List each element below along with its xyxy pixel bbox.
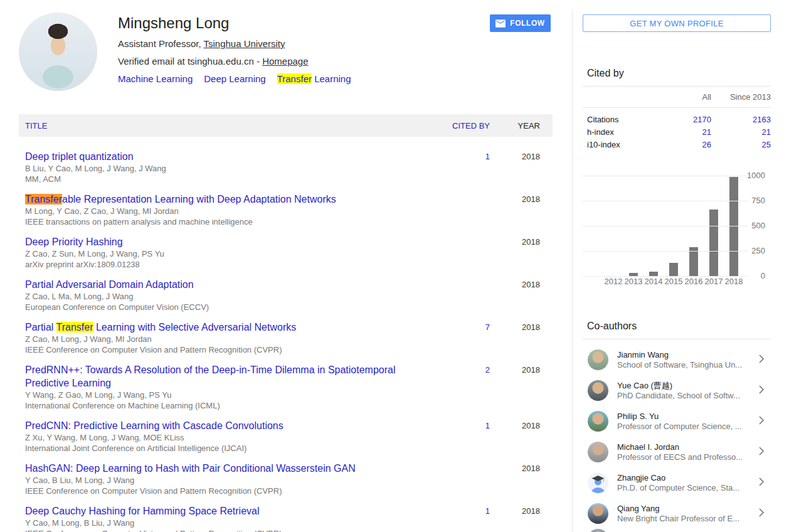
publication-year: 2018 (490, 363, 540, 376)
publication-title[interactable]: PredCNN: Predictive Learning with Cascad… (25, 419, 433, 432)
affiliation-line: Assistant Professor, Tsinghua University (118, 38, 482, 50)
get-my-own-profile-button[interactable]: GET MY OWN PROFILE (583, 14, 771, 32)
publication-title[interactable]: Transferable Representation Learning wit… (25, 193, 433, 206)
divider (583, 107, 771, 108)
publication-year: 2018 (490, 150, 540, 163)
affiliation-link[interactable]: Tsinghua University (203, 38, 285, 49)
publication-title[interactable]: Deep Priority Hashing (25, 235, 433, 248)
metric-since-value[interactable]: 25 (711, 140, 771, 149)
coauthor-avatar (588, 503, 608, 524)
publication-title[interactable]: Partial Transfer Learning with Selective… (25, 321, 433, 334)
metric-label: i10-index (583, 140, 667, 149)
sort-by-title-header[interactable]: TITLE (25, 121, 433, 130)
chart-xtick-label: 2013 (623, 277, 643, 286)
publication-cited-by[interactable]: 1 (433, 504, 490, 518)
column-since-2013: Since 2013 (711, 92, 771, 102)
coauthor-affiliation: Professor of Computer Science, ... (617, 422, 752, 432)
publication-title[interactable]: Deep triplet quantization (25, 150, 433, 163)
publication-cited-by[interactable]: 2 (433, 363, 490, 376)
publication-year: 2018 (490, 235, 540, 248)
publication-authors: Y Cao, M Long, B Liu, J Wang (25, 518, 433, 528)
publication-cited-by[interactable]: 1 (433, 150, 490, 163)
coauthor-row[interactable]: Michael I. Jordan Professor of EECS and … (583, 437, 771, 467)
publication-row: Deep Cauchy Hashing for Hamming Space Re… (19, 504, 553, 532)
coauthor-affiliation: PhD Candidate, School of Softw... (617, 391, 752, 401)
chart-gridline (583, 226, 748, 226)
coauthor-row[interactable]: Yue Cao (曹越) PhD Candidate, School of So… (583, 375, 771, 406)
affiliation-prefix: Assistant Professor, (118, 38, 203, 49)
coauthor-name: Yue Cao (曹越) (617, 381, 752, 391)
cited-by-row: h-index 21 21 (583, 125, 771, 138)
publication-year: 2018 (490, 278, 540, 291)
profile-name: Mingsheng Long (118, 14, 482, 33)
chevron-right-icon (752, 508, 771, 519)
homepage-link[interactable]: Homepage (262, 56, 308, 66)
publication-row: Partial Adversarial Domain Adaptation Z … (19, 278, 553, 312)
citations-bar-2014[interactable] (649, 272, 658, 276)
interest-link[interactable]: Transfer Learning (277, 73, 351, 84)
publication-authors: Z Cao, L Ma, M Long, J Wang (25, 291, 433, 302)
chart-year-labels: 2012201320142015201620172018 (603, 277, 744, 286)
coauthors-list: Jianmin Wang School of Software, Tsinghu… (583, 344, 771, 529)
coauthor-name: Qiang Yang (617, 504, 752, 514)
publication-year: 2018 (490, 504, 540, 518)
publication-cited-by[interactable]: 7 (433, 321, 490, 334)
chart-gridline (583, 251, 748, 252)
coauthors-heading: Co-authors (587, 321, 637, 332)
cited-by-heading: Cited by (587, 68, 624, 79)
metric-since-value[interactable]: 2163 (711, 115, 771, 124)
chevron-right-icon (752, 477, 771, 489)
coauthor-row[interactable]: Zhangjie Cao Ph.D. of Computer Science, … (583, 467, 771, 498)
chart-gridline (583, 201, 748, 201)
publication-venue: IEEE Conference on Computer Vision and P… (25, 344, 433, 355)
coauthor-name: Jianmin Wang (617, 350, 752, 360)
publication-venue: IEEE transactions on pattern analysis an… (25, 216, 433, 227)
chart-gridline (583, 176, 748, 176)
metric-since-value[interactable]: 21 (711, 127, 771, 137)
coauthor-avatar (588, 380, 608, 401)
vertical-divider (572, 10, 573, 532)
coauthor-row[interactable]: Qiang Yang New Bright Chair Professor of… (583, 498, 771, 529)
publication-row: Partial Transfer Learning with Selective… (19, 321, 553, 355)
publication-title[interactable]: Deep Cauchy Hashing for Hamming Space Re… (25, 504, 433, 518)
publication-row: Transferable Representation Learning wit… (19, 193, 553, 227)
publication-title[interactable]: HashGAN: Deep Learning to Hash with Pair… (25, 462, 433, 475)
publication-authors: Z Xu, Y Wang, M Long, J Wang, MOE KLiss (25, 432, 433, 443)
citations-bar-2018[interactable] (729, 177, 738, 276)
coauthor-affiliation: Ph.D. of Computer Science, Sta... (617, 483, 752, 493)
interest-link[interactable]: Deep Learning (204, 73, 265, 84)
metric-all-value[interactable]: 2170 (667, 115, 711, 124)
coauthor-row[interactable]: Philip S. Yu Professor of Computer Scien… (583, 406, 771, 437)
publication-title[interactable]: PredRNN++: Towards A Resolution of the D… (25, 363, 433, 390)
publication-authors: Z Cao, Z Sun, M Long, J Wang, PS Yu (25, 248, 433, 259)
coauthor-avatar-partial (588, 529, 608, 532)
coauthor-row[interactable]: Jianmin Wang School of Software, Tsinghu… (583, 344, 771, 375)
follow-button[interactable]: FOLLOW (490, 14, 551, 32)
metric-label: Citations (583, 115, 667, 124)
chart-xtick-label: 2016 (684, 277, 704, 286)
chart-xtick-label: 2012 (603, 277, 623, 286)
coauthor-affiliation: New Bright Chair Professor of E... (617, 514, 752, 524)
chevron-right-icon (752, 385, 771, 396)
publication-authors: B Liu, Y Cao, M Long, J Wang, J Wang (25, 163, 433, 174)
publication-title[interactable]: Partial Adversarial Domain Adaptation (25, 278, 433, 291)
profile-photo (19, 13, 97, 91)
publication-authors: Y Wang, Z Gao, M Long, J Wang, PS Yu (25, 390, 433, 400)
publication-venue: arXiv preprint arXiv:1809.01238 (25, 259, 433, 270)
citations-bar-2015[interactable] (669, 263, 678, 276)
sort-by-citations-header[interactable]: CITED BY (433, 121, 490, 130)
metric-all-value[interactable]: 26 (667, 140, 711, 149)
publication-venue: IEEE Conference on Computer Vision and P… (25, 486, 433, 496)
publication-cited-by[interactable]: 1 (433, 419, 490, 432)
email-icon (495, 19, 506, 28)
metric-all-value[interactable]: 21 (667, 127, 711, 137)
interest-link[interactable]: Machine Learning (118, 73, 193, 84)
coauthor-avatar (588, 472, 608, 493)
column-all: All (667, 92, 711, 102)
chart-xtick-label: 2017 (704, 277, 724, 286)
publications-section: TITLE CITED BY YEAR Deep triplet quantiz… (19, 114, 553, 532)
publication-authors: M Long, Y Cao, Z Cao, J Wang, MI Jordan (25, 206, 433, 216)
coauthor-name: Michael I. Jordan (617, 442, 752, 452)
citations-bar-2017[interactable] (709, 210, 718, 276)
sort-by-year-header[interactable]: YEAR (490, 121, 540, 130)
